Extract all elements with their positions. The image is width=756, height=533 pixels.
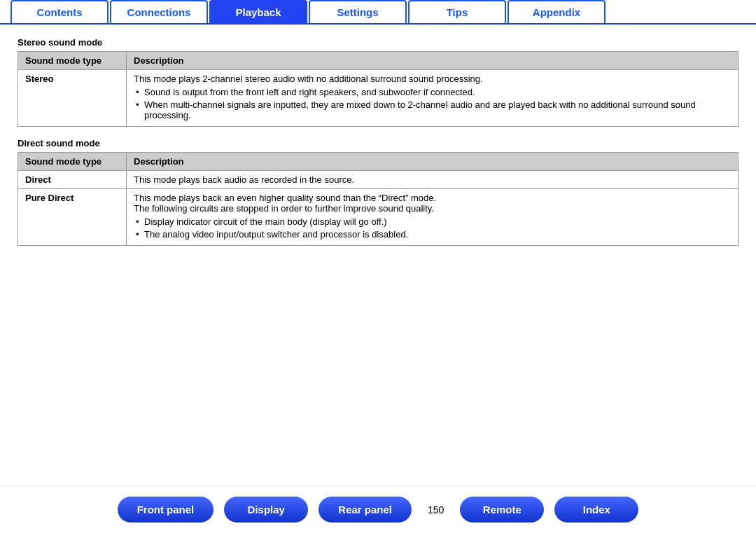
stereo-type-cell: Stereo: [18, 70, 127, 127]
list-item: The analog video input/output switcher a…: [134, 229, 731, 240]
stereo-section-title: Stereo sound mode: [18, 37, 738, 48]
direct-col-type: Sound mode type: [18, 153, 127, 171]
front-panel-button[interactable]: Front panel: [118, 497, 214, 522]
stereo-desc-cell: This mode plays 2-channel stereo audio w…: [127, 70, 738, 127]
direct-type-cell: Direct: [18, 171, 127, 189]
pure-direct-desc-line1: This mode plays back an even higher qual…: [134, 193, 436, 203]
stereo-col-type: Sound mode type: [18, 52, 127, 70]
direct-col-desc: Description: [127, 153, 738, 171]
pure-direct-desc-cell: This mode plays back an even higher qual…: [127, 189, 738, 246]
top-navigation: Contents Connections Playback Settings T…: [0, 0, 756, 25]
list-item: Sound is output from the front left and …: [134, 87, 731, 97]
direct-desc-cell: This mode plays back audio as recorded i…: [127, 171, 738, 189]
index-button[interactable]: Index: [554, 497, 638, 522]
page-number: 150: [428, 504, 444, 515]
pure-direct-type-cell: Pure Direct: [18, 189, 127, 246]
stereo-desc-text: This mode plays 2-channel stereo audio w…: [134, 74, 483, 84]
main-content: Stereo sound mode Sound mode type Descri…: [0, 37, 756, 246]
stereo-table: Sound mode type Description Stereo This …: [18, 51, 738, 127]
tab-settings[interactable]: Settings: [309, 0, 407, 23]
stereo-col-desc: Description: [127, 52, 738, 70]
pure-direct-bullet-list: Display indicator circuit of the main bo…: [134, 216, 731, 240]
table-row: Stereo This mode plays 2-channel stereo …: [18, 70, 738, 127]
tab-playback[interactable]: Playback: [209, 0, 307, 23]
table-row: Pure Direct This mode plays back an even…: [18, 189, 738, 246]
list-item: When multi-channel signals are inputted,…: [134, 99, 731, 120]
stereo-bullet-list: Sound is output from the front left and …: [134, 87, 731, 120]
bottom-navigation: Front panel Display Rear panel 150 Remot…: [0, 485, 756, 533]
direct-desc-text: This mode plays back audio as recorded i…: [134, 174, 354, 185]
direct-section-title: Direct sound mode: [18, 138, 738, 148]
rear-panel-button[interactable]: Rear panel: [318, 497, 412, 522]
tab-contents[interactable]: Contents: [10, 0, 108, 23]
tab-appendix[interactable]: Appendix: [507, 0, 606, 23]
list-item: Display indicator circuit of the main bo…: [134, 216, 731, 227]
display-button[interactable]: Display: [224, 497, 308, 522]
direct-table: Sound mode type Description Direct This …: [18, 152, 738, 246]
pure-direct-desc-line2: The following circuits are stopped in or…: [134, 203, 434, 214]
tab-tips[interactable]: Tips: [408, 0, 506, 23]
remote-button[interactable]: Remote: [460, 497, 544, 522]
tab-connections[interactable]: Connections: [110, 0, 208, 23]
table-row: Direct This mode plays back audio as rec…: [18, 171, 738, 189]
